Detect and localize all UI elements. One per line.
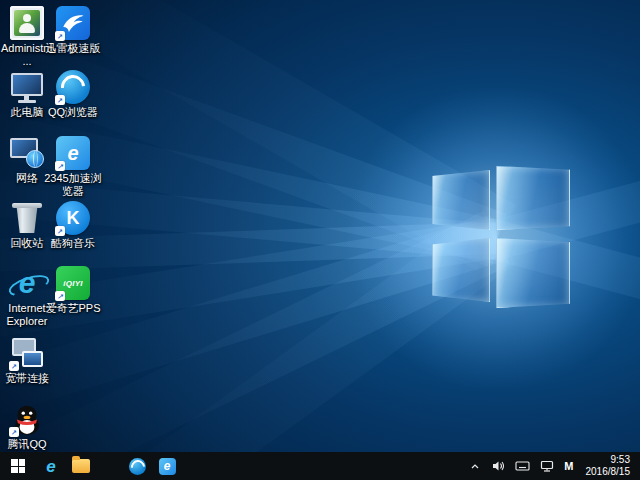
wallpaper-windows-logo <box>430 164 572 314</box>
keyboard-icon <box>515 460 530 472</box>
broadband-connection-icon <box>10 336 44 370</box>
desktop-icon-qq-browser[interactable]: QQ浏览器 <box>44 70 102 119</box>
tray-network-button[interactable] <box>536 452 558 480</box>
kugou-music-icon: K <box>56 201 90 235</box>
taskbar-file-explorer-button[interactable] <box>66 452 96 480</box>
desktop-icon-2345-browser[interactable]: e 2345加速浏览器 <box>44 136 102 198</box>
taskbar-ie-button[interactable]: e <box>36 452 66 480</box>
wallpaper-window-pane <box>496 238 570 308</box>
shortcut-arrow-icon <box>9 427 19 437</box>
qq-penguin-icon <box>10 402 44 436</box>
internet-explorer-icon: e <box>10 266 44 300</box>
ie-icon: e <box>46 458 55 475</box>
start-button[interactable] <box>0 452 36 480</box>
folder-icon <box>72 459 90 473</box>
chevron-up-icon <box>469 460 481 472</box>
icon-label: QQ浏览器 <box>44 106 102 119</box>
network-icon <box>10 136 44 170</box>
tray-ime-indicator[interactable]: M <box>560 452 577 480</box>
desktop-icon-kugou[interactable]: K 酷狗音乐 <box>44 201 102 250</box>
desktop-icon-iqiyi[interactable]: iQIYI 爱奇艺PPS <box>44 266 102 315</box>
icon-label: 爱奇艺PPS <box>44 302 102 315</box>
icon-label: 2345加速浏览器 <box>44 172 102 198</box>
desktop-icon-broadband[interactable]: 宽带连接 <box>0 336 54 385</box>
desktop-icon-xunlei[interactable]: 迅雷极速版 <box>44 6 102 55</box>
iqiyi-pps-icon: iQIYI <box>56 266 90 300</box>
tray-keyboard-button[interactable] <box>511 452 534 480</box>
administrator-folder-icon <box>10 6 44 40</box>
taskbar-2345-browser-button[interactable]: e <box>152 452 182 480</box>
taskbar-clock[interactable]: 9:53 2016/8/15 <box>580 452 637 480</box>
2345-browser-icon: e <box>159 458 176 475</box>
shortcut-arrow-icon <box>55 161 65 171</box>
xunlei-bird-icon <box>56 6 90 40</box>
recycle-bin-icon <box>10 201 44 235</box>
network-icon <box>540 460 554 473</box>
windows-logo-icon <box>11 459 25 473</box>
qq-browser-icon <box>129 458 146 475</box>
wallpaper-window-pane <box>432 170 490 230</box>
system-tray: M 9:53 2016/8/15 <box>465 452 640 480</box>
icon-label: 迅雷极速版 <box>44 42 102 55</box>
desktop-icon-tencent-qq[interactable]: 腾讯QQ <box>0 402 54 451</box>
taskbar: e e <box>0 452 640 480</box>
volume-icon <box>491 459 505 473</box>
tray-volume-button[interactable] <box>487 452 509 480</box>
clock-time: 9:53 <box>611 454 630 466</box>
taskbar-qq-browser-button[interactable] <box>122 452 152 480</box>
wallpaper-window-pane <box>432 238 490 302</box>
shortcut-arrow-icon <box>55 226 65 236</box>
wallpaper-window-pane <box>496 166 570 230</box>
2345-browser-icon: e <box>56 136 90 170</box>
qq-browser-icon <box>56 70 90 104</box>
ime-mode-label: M <box>564 460 573 472</box>
icon-label: 宽带连接 <box>0 372 54 385</box>
icon-label: 酷狗音乐 <box>44 237 102 250</box>
shortcut-arrow-icon <box>55 291 65 301</box>
computer-icon <box>10 70 44 104</box>
shortcut-arrow-icon <box>9 361 19 371</box>
tray-chevron-up-button[interactable] <box>465 452 485 480</box>
shortcut-arrow-icon <box>55 31 65 41</box>
icon-label: 腾讯QQ <box>0 438 54 451</box>
shortcut-arrow-icon <box>55 95 65 105</box>
taskbar-left: e e <box>0 452 182 480</box>
clock-date: 2016/8/15 <box>586 466 631 478</box>
